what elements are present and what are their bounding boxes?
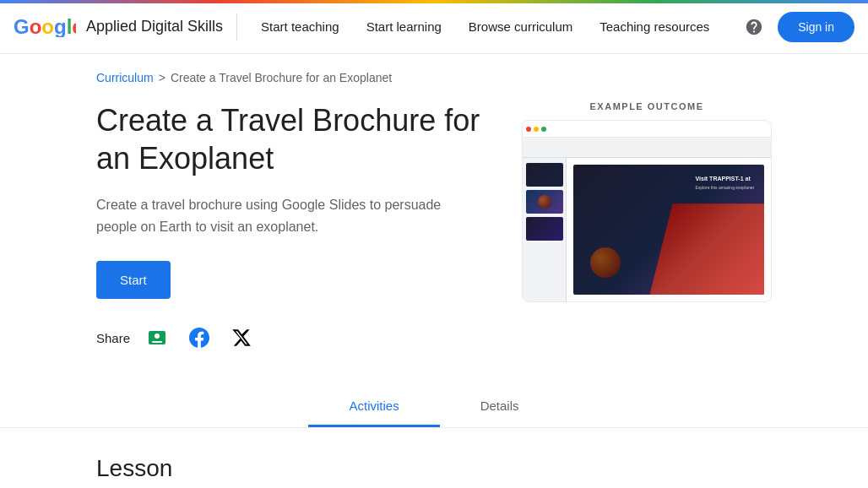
brand-name: Applied Digital Skills: [86, 18, 223, 35]
slides-header-bar: [523, 121, 771, 138]
navigation: Google Applied Digital Skills Start teac…: [0, 0, 868, 54]
slide-thumbnail-2: [526, 190, 563, 214]
svg-point-2: [155, 333, 160, 339]
main-content: Create a Travel Brochure for an Exoplane…: [0, 95, 868, 353]
tab-activities[interactable]: Activities: [308, 387, 439, 427]
slide-text-content: Visit TRAPPIST-1 at Explore this amazing…: [696, 175, 755, 191]
sign-in-button[interactable]: Sign in: [778, 12, 854, 42]
nav-link-browse-curriculum[interactable]: Browse curriculum: [458, 13, 583, 41]
planet-thumb: [538, 195, 551, 209]
facebook-icon: [189, 328, 209, 348]
example-outcome-image: Visit TRAPPIST-1 at Explore this amazing…: [522, 120, 772, 302]
window-dot-green: [541, 127, 546, 132]
breadcrumb-separator: >: [159, 71, 165, 84]
slide-thumbnail-3: [526, 217, 563, 241]
svg-rect-3: [152, 341, 162, 343]
example-outcome-section: EXAMPLE OUTCOME: [522, 101, 772, 302]
classroom-icon: [147, 328, 167, 348]
logo-link[interactable]: Google Applied Digital Skills: [14, 17, 223, 37]
color-bar: [0, 0, 868, 3]
slides-sidebar: [523, 158, 567, 301]
facebook-share-icon[interactable]: [184, 323, 214, 353]
page-title: Create a Travel Brochure for an Exoplane…: [96, 101, 481, 177]
breadcrumb-current: Create a Travel Brochure for an Exoplane…: [171, 71, 392, 84]
page-description: Create a travel brochure using Google Sl…: [96, 194, 481, 237]
twitter-share-icon[interactable]: [226, 323, 257, 353]
nav-links: Start teaching Start learning Browse cur…: [251, 13, 719, 41]
lesson-section: Lesson: [0, 428, 868, 482]
tabs: Activities Details: [0, 387, 868, 427]
nav-divider: [236, 14, 237, 41]
slides-main-view: Visit TRAPPIST-1 at Explore this amazing…: [567, 158, 771, 301]
slide-subtitle: Explore this amazing exoplanet: [696, 185, 755, 191]
window-dot-yellow: [534, 127, 539, 132]
breadcrumb-link[interactable]: Curriculum: [96, 71, 154, 84]
google-logo: Google: [14, 17, 76, 37]
slide-thumbnail-1: [526, 163, 563, 187]
tab-details[interactable]: Details: [440, 387, 560, 427]
nav-link-start-learning[interactable]: Start learning: [356, 13, 452, 41]
slides-main-slide: Visit TRAPPIST-1 at Explore this amazing…: [573, 165, 764, 295]
planet-illustration: [590, 247, 621, 278]
share-row: Share: [96, 323, 481, 353]
help-icon: [745, 18, 763, 36]
planet-surface: [649, 203, 764, 295]
share-label: Share: [96, 331, 130, 345]
nav-link-start-teaching[interactable]: Start teaching: [251, 13, 350, 41]
twitter-icon: [231, 328, 252, 348]
content-left: Create a Travel Brochure for an Exoplane…: [96, 101, 481, 353]
svg-text:Google: Google: [14, 17, 76, 37]
slides-toolbar: [523, 138, 771, 158]
slides-content-area: Visit TRAPPIST-1 at Explore this amazing…: [523, 158, 771, 301]
lesson-title: Lesson: [96, 455, 772, 482]
nav-actions: Sign in: [737, 10, 854, 44]
nav-link-teaching-resources[interactable]: Teaching resources: [589, 13, 719, 41]
tabs-section: Activities Details: [0, 387, 868, 428]
start-button[interactable]: Start: [96, 261, 171, 299]
google-classroom-share-icon[interactable]: [142, 323, 172, 353]
example-outcome-label: EXAMPLE OUTCOME: [522, 101, 772, 111]
window-dot-red: [526, 127, 531, 132]
breadcrumb: Curriculum > Create a Travel Brochure fo…: [0, 54, 868, 95]
help-button[interactable]: [737, 10, 771, 44]
